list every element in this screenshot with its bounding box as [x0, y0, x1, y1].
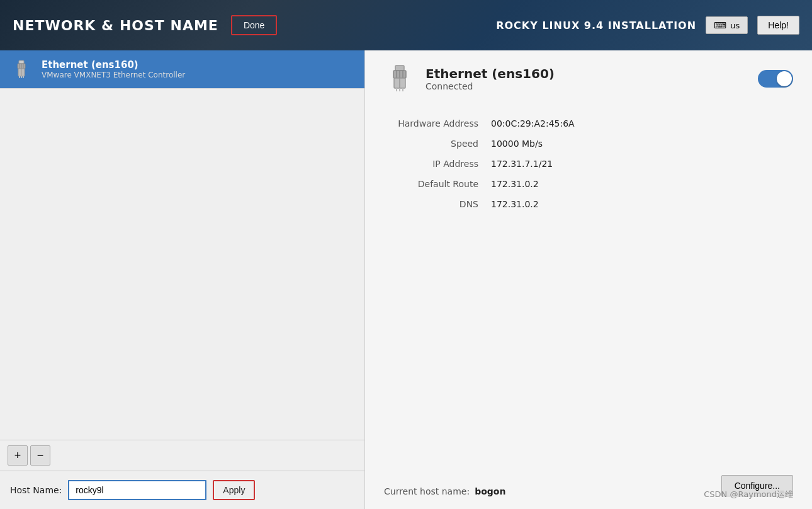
speed-label: Speed — [384, 134, 485, 154]
page-title: NETWORK & HOST NAME — [13, 18, 218, 33]
hostname-row: Host Name: Apply — [0, 471, 364, 509]
help-button[interactable]: Help! — [757, 16, 799, 35]
network-info: Ethernet (ens160) VMware VMXNET3 Etherne… — [42, 59, 185, 79]
hostname-input[interactable] — [68, 480, 206, 500]
speed-value: 10000 Mb/s — [485, 134, 793, 154]
device-status: Connected — [426, 81, 555, 91]
network-list: Ethernet (ens160) VMware VMXNET3 Etherne… — [0, 50, 364, 440]
network-name: Ethernet (ens160) — [42, 59, 185, 71]
hardware-address-label: Hardware Address — [384, 113, 485, 134]
details-table: Hardware Address 00:0C:29:A2:45:6A Speed… — [384, 113, 793, 214]
list-controls: + − — [0, 440, 364, 471]
remove-network-button[interactable]: − — [30, 445, 50, 466]
ip-address-value: 172.31.7.1/21 — [485, 154, 793, 174]
watermark: CSDN @Raymond运维 — [704, 489, 793, 500]
add-network-button[interactable]: + — [8, 445, 28, 466]
svg-rect-0 — [19, 60, 24, 64]
right-panel: Ethernet (ens160) Connected Hardware Add… — [365, 50, 812, 509]
main-content: Ethernet (ens160) VMware VMXNET3 Etherne… — [0, 50, 812, 509]
keyboard-icon: ⌨ — [714, 20, 726, 30]
svg-rect-10 — [395, 66, 404, 71]
installation-title: ROCKY LINUX 9.4 INSTALLATION — [496, 20, 696, 31]
device-name: Ethernet (ens160) — [426, 66, 555, 81]
device-header: Ethernet (ens160) Connected — [384, 63, 793, 94]
list-item[interactable]: Ethernet (ens160) VMware VMXNET3 Etherne… — [0, 50, 364, 89]
current-hostname-section: Current host name: bogon — [384, 486, 505, 496]
device-name-block: Ethernet (ens160) Connected — [426, 66, 555, 91]
device-info: Ethernet (ens160) Connected — [384, 63, 555, 94]
default-route-value: 172.31.0.2 — [485, 174, 793, 194]
left-panel: Ethernet (ens160) VMware VMXNET3 Etherne… — [0, 50, 365, 509]
dns-value: 172.31.0.2 — [485, 194, 793, 214]
header-right: ROCKY LINUX 9.4 INSTALLATION ⌨ us Help! — [496, 16, 799, 35]
network-subtitle: VMware VMXNET3 Ethernet Controller — [42, 71, 185, 79]
connection-toggle[interactable] — [758, 70, 793, 88]
current-hostname-value: bogon — [475, 486, 505, 496]
toggle-knob — [777, 71, 792, 86]
ethernet-icon — [10, 58, 33, 81]
dns-label: DNS — [384, 194, 485, 214]
done-button[interactable]: Done — [231, 15, 277, 35]
device-ethernet-icon — [384, 63, 415, 94]
hostname-label: Host Name: — [10, 485, 62, 495]
hardware-address-value: 00:0C:29:A2:45:6A — [485, 113, 793, 134]
keyboard-selector[interactable]: ⌨ us — [706, 16, 748, 34]
current-hostname-label: Current host name: — [384, 486, 470, 496]
apply-button[interactable]: Apply — [213, 480, 255, 500]
keyboard-lang: us — [730, 21, 740, 30]
default-route-label: Default Route — [384, 174, 485, 194]
header: NETWORK & HOST NAME Done ROCKY LINUX 9.4… — [0, 0, 812, 50]
header-left: NETWORK & HOST NAME Done — [13, 15, 277, 35]
ip-address-label: IP Address — [384, 154, 485, 174]
